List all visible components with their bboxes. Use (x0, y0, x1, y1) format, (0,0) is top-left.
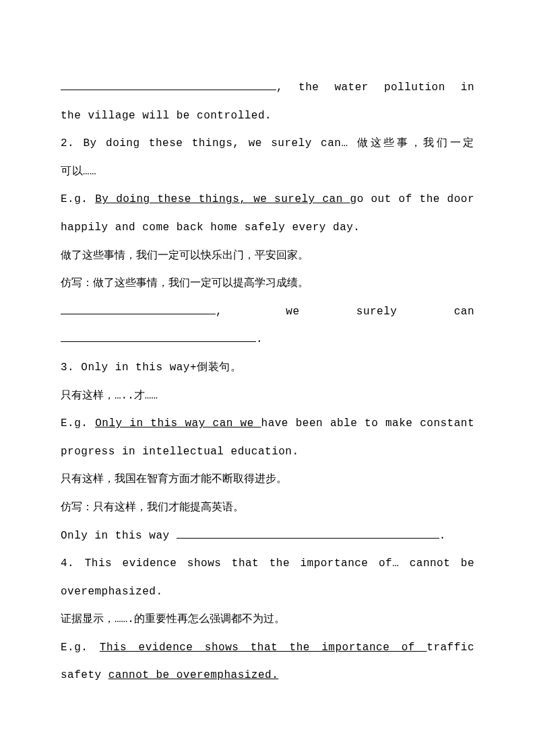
text: E.g. (61, 417, 95, 429)
text: , the water pollution in (276, 81, 474, 94)
paragraph-line: 3. Only in this way+倒装句。 (61, 354, 474, 382)
text: . (439, 530, 446, 542)
text: E.g. (61, 642, 100, 654)
text: surely (356, 306, 398, 318)
fill-blank (177, 538, 439, 539)
text: . (256, 333, 263, 345)
underlined-text: By doing these things, we surely can (95, 193, 350, 205)
paragraph-line: Only in this way . (61, 522, 474, 551)
underlined-text: cannot be overemphasized. (108, 669, 279, 681)
text: , (216, 306, 222, 318)
paragraph-line: 4. This evidence shows that the importan… (61, 550, 474, 578)
text: 2. By doing these things, we surely can…… (61, 137, 474, 149)
paragraph-line: 2. By doing these things, we surely can…… (61, 130, 474, 158)
paragraph-line: 做了这些事情，我们一定可以快乐出门，平安回家。 (61, 242, 474, 271)
paragraph-line: 只有这样，我国在智育方面才能不断取得进步。 (61, 466, 474, 494)
paragraph-line: , we surely can (61, 298, 474, 327)
paragraph-line: safety cannot be overemphasized. (61, 662, 474, 690)
paragraph-line: . (61, 326, 474, 354)
text: E.g. (61, 193, 95, 205)
paragraph-line: 仿写：做了这些事情，我们一定可以提高学习成绩。 (61, 270, 474, 298)
text: go out of the door (350, 193, 474, 205)
paragraph-line: overemphasized. (61, 578, 474, 607)
text: traffic (427, 642, 474, 654)
document-body: , the water pollution in the village wil… (61, 74, 474, 690)
paragraph-line: progress in intellectual education. (61, 438, 474, 467)
fill-blank (61, 314, 216, 314)
text: we (286, 306, 299, 318)
text: can (454, 306, 474, 318)
paragraph-line: the village will be controlled. (61, 102, 474, 131)
paragraph-line: , the water pollution in (61, 74, 474, 102)
paragraph-line: 可以…… (61, 158, 474, 186)
paragraph-line: happily and come back home safely every … (61, 214, 474, 242)
text: 4. This evidence shows that the importan… (61, 557, 474, 570)
text: Only in this way (61, 530, 177, 542)
underlined-text: Only in this way can we (95, 417, 261, 429)
text: safety (61, 669, 108, 681)
paragraph-line: 仿写：只有这样，我们才能提高英语。 (61, 494, 474, 522)
paragraph-line: 证据显示，…….的重要性再怎么强调都不为过。 (61, 606, 474, 634)
text: have been able to make constant (261, 417, 474, 429)
paragraph-line: 只有这样，…..才…… (61, 382, 474, 411)
underlined-text: This evidence shows that the importance … (100, 642, 427, 654)
paragraph-line: E.g. By doing these things, we surely ca… (61, 186, 474, 214)
fill-blank (61, 341, 256, 342)
paragraph-line: E.g. Only in this way can we have been a… (61, 410, 474, 438)
paragraph-line: E.g. This evidence shows that the import… (61, 634, 474, 662)
fill-blank (61, 90, 276, 90)
